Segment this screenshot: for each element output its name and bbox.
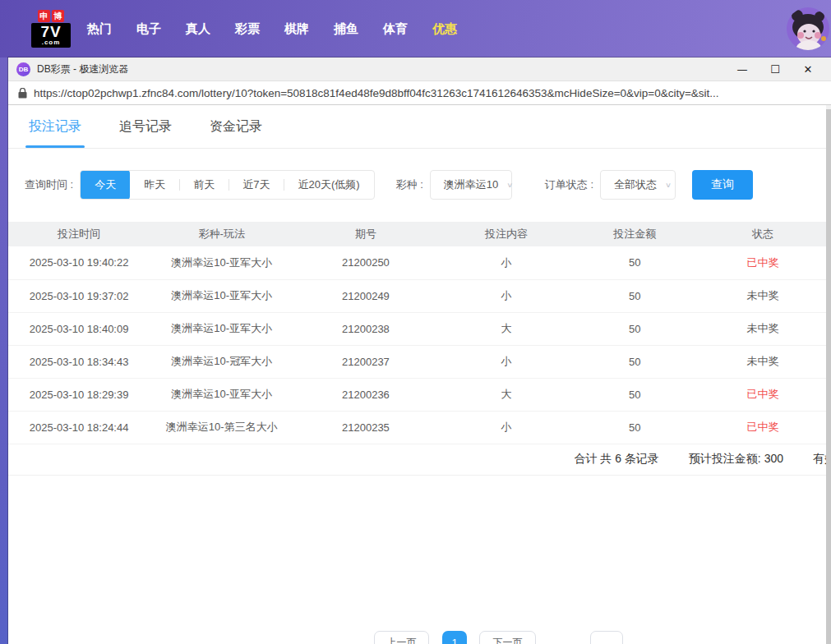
time-range-group: 今天昨天前天近7天近20天(低频) — [80, 170, 374, 200]
cell-status: 已中奖 — [695, 246, 831, 279]
logo-sub-text: .com — [33, 39, 69, 46]
browser-favicon: DB — [16, 62, 30, 76]
cell-bet-content: 小 — [438, 411, 575, 444]
cell-bet-content: 小 — [438, 345, 575, 378]
cell-game-play: 澳洲幸运10-冠军大小 — [150, 345, 293, 378]
chevron-down-icon: ∨ — [665, 181, 672, 189]
lottery-select[interactable]: 澳洲幸运10 ∨ — [430, 170, 512, 200]
nav-item[interactable]: 电子 — [136, 21, 161, 37]
minimize-button[interactable]: — — [726, 58, 759, 81]
table-column-header: 期号 — [293, 222, 437, 246]
next-page-button[interactable]: 下一页 — [479, 631, 536, 644]
time-option[interactable]: 今天 — [81, 170, 130, 200]
nav-item[interactable]: 优惠 — [432, 21, 457, 37]
time-filter-label: 查询时间 : — [25, 177, 73, 192]
time-option[interactable]: 近20天(低频) — [284, 171, 373, 199]
pagination: 上一页 1 下一页 — [8, 631, 831, 644]
nav-item[interactable]: 热门 — [87, 21, 112, 37]
cell-issue-number: 21200249 — [293, 279, 437, 312]
nav-menu: 热门电子真人彩票棋牌捕鱼体育优惠 — [87, 21, 457, 37]
record-tabs: 投注记录 追号记录 资金记录 — [8, 105, 831, 149]
table-row: 2025-03-10 19:37:02 澳洲幸运10-亚军大小 21200249… — [8, 279, 831, 312]
cell-bet-content: 大 — [438, 312, 575, 345]
cell-bet-amount: 50 — [575, 312, 695, 345]
table-column-header: 投注金额 — [575, 222, 695, 246]
table-body: 2025-03-10 19:40:22 澳洲幸运10-亚军大小 21200250… — [8, 246, 831, 444]
cell-bet-amount: 50 — [575, 345, 695, 378]
window-title: DB彩票 - 极速浏览器 — [37, 62, 128, 76]
time-option[interactable]: 昨天 — [130, 171, 179, 199]
tab-fund-records[interactable]: 资金记录 — [210, 105, 262, 148]
nav-item[interactable]: 彩票 — [235, 21, 260, 37]
cell-bet-time: 2025-03-10 19:37:02 — [8, 279, 150, 312]
cell-bet-time: 2025-03-10 19:40:22 — [8, 246, 150, 279]
summary-bar: 合计 共 6 条记录 预计投注金额: 300 有效投注金额 — [8, 444, 831, 476]
window-titlebar: DB DB彩票 - 极速浏览器 — ☐ ✕ — [8, 58, 831, 81]
summary-total: 合计 共 6 条记录 — [574, 452, 658, 467]
cell-issue-number: 21200237 — [293, 345, 437, 378]
bet-records-table: 投注时间彩种-玩法期号投注内容投注金额状态 2025-03-10 19:40:2… — [8, 222, 831, 444]
prev-page-button[interactable]: 上一页 — [374, 631, 429, 644]
logo-badge-1: 申 — [38, 10, 50, 22]
table-column-header: 彩种-玩法 — [150, 222, 293, 246]
maximize-button[interactable]: ☐ — [759, 58, 792, 81]
logo-main-text: 7V — [33, 24, 69, 39]
cell-bet-time: 2025-03-10 18:34:43 — [8, 345, 150, 378]
time-option[interactable]: 近7天 — [229, 171, 284, 199]
cell-issue-number: 21200235 — [293, 411, 437, 444]
cell-status: 已中奖 — [695, 411, 831, 444]
status-filter-label: 订单状态 : — [545, 177, 593, 192]
cell-status: 未中奖 — [695, 279, 831, 312]
tab-chase-records[interactable]: 追号记录 — [119, 105, 172, 148]
table-row: 2025-03-10 18:29:39 澳洲幸运10-亚军大小 21200236… — [8, 378, 831, 411]
logo-badge-2: 博 — [52, 10, 64, 22]
table-row: 2025-03-10 19:40:22 澳洲幸运10-亚军大小 21200250… — [8, 246, 831, 279]
user-avatar[interactable] — [787, 7, 829, 50]
table-column-header: 投注内容 — [438, 222, 575, 246]
lottery-select-value: 澳洲幸运10 — [444, 177, 498, 192]
nav-item[interactable]: 棋牌 — [284, 21, 309, 37]
cell-bet-time: 2025-03-10 18:40:09 — [8, 312, 150, 345]
table-row: 2025-03-10 18:34:43 澳洲幸运10-冠军大小 21200237… — [8, 345, 831, 378]
address-bar[interactable]: https://ctop02pchwp1.zfnc84.com/lottery/… — [8, 81, 831, 105]
cell-bet-amount: 50 — [575, 279, 695, 312]
cell-bet-amount: 50 — [575, 246, 695, 279]
close-button[interactable]: ✕ — [792, 58, 824, 81]
lock-icon — [18, 88, 27, 99]
browser-window: DB DB彩票 - 极速浏览器 — ☐ ✕ https://ctop02pchw… — [8, 58, 831, 644]
table-row: 2025-03-10 18:24:44 澳洲幸运10-第三名大小 2120023… — [8, 411, 831, 444]
order-status-select[interactable]: 全部状态 ∨ — [600, 170, 676, 200]
site-nav: 申 博 7V .com 热门电子真人彩票棋牌捕鱼体育优惠 — [0, 0, 831, 58]
tab-bet-records[interactable]: 投注记录 — [29, 105, 81, 148]
cell-bet-time: 2025-03-10 18:24:44 — [8, 411, 150, 444]
page-jump-input[interactable] — [590, 631, 623, 644]
summary-expected-amount: 预计投注金额: 300 — [689, 452, 783, 467]
scrollbar-thumb[interactable] — [826, 109, 831, 644]
cell-bet-content: 小 — [438, 246, 575, 279]
nav-item[interactable]: 捕鱼 — [334, 21, 358, 37]
cell-issue-number: 21200236 — [293, 378, 437, 411]
table-column-header: 投注时间 — [8, 222, 150, 246]
cell-issue-number: 21200238 — [293, 312, 437, 345]
table-column-header: 状态 — [695, 222, 831, 246]
cell-status: 已中奖 — [695, 378, 831, 411]
cell-bet-time: 2025-03-10 18:29:39 — [8, 378, 150, 411]
cell-bet-content: 小 — [438, 279, 575, 312]
time-option[interactable]: 前天 — [179, 171, 229, 199]
status-select-value: 全部状态 — [614, 177, 657, 192]
cell-bet-content: 大 — [438, 378, 575, 411]
lottery-filter-label: 彩种 : — [396, 177, 423, 192]
site-logo[interactable]: 申 博 7V .com — [31, 10, 71, 48]
current-page-button[interactable]: 1 — [442, 631, 467, 644]
scrollbar-track[interactable] — [826, 105, 831, 644]
cell-game-play: 澳洲幸运10-亚军大小 — [150, 312, 293, 345]
cell-status: 未中奖 — [695, 312, 831, 345]
cell-bet-amount: 50 — [575, 378, 695, 411]
nav-item[interactable]: 真人 — [186, 21, 210, 37]
window-controls: — ☐ ✕ — [726, 58, 824, 81]
nav-item[interactable]: 体育 — [383, 21, 408, 37]
cell-game-play: 澳洲幸运10-亚军大小 — [150, 246, 293, 279]
cell-game-play: 澳洲幸运10-亚军大小 — [150, 378, 293, 411]
search-button[interactable]: 查询 — [692, 170, 753, 200]
chevron-down-icon: ∨ — [506, 181, 513, 189]
